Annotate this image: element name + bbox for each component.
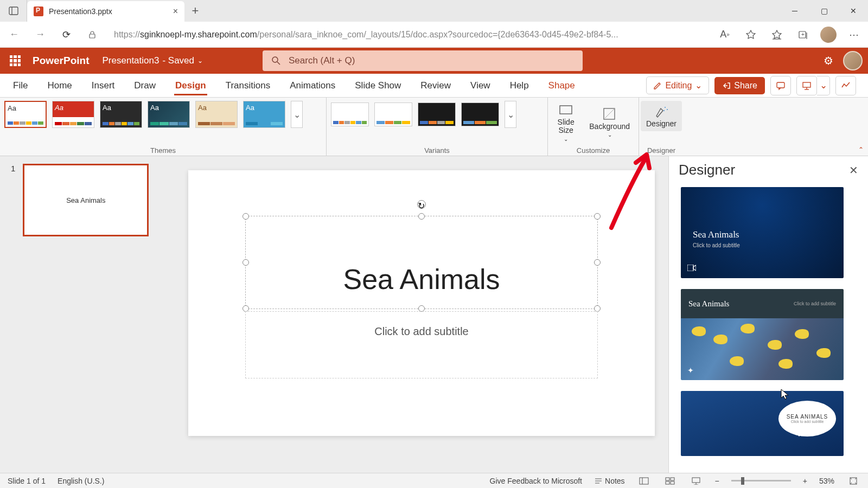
- collapse-ribbon-icon[interactable]: ⌃: [858, 146, 864, 153]
- forward-button[interactable]: →: [31, 26, 49, 43]
- tab-home[interactable]: Home: [46, 76, 73, 95]
- speech-bubble: SEA ANIMALS Click to add subtitle: [778, 401, 836, 436]
- variant-swatch[interactable]: [418, 102, 456, 126]
- fit-to-window-icon[interactable]: [846, 476, 860, 486]
- variants-more-button[interactable]: ⌄: [505, 101, 516, 128]
- app-launcher-icon[interactable]: [5, 51, 25, 70]
- catch-up-button[interactable]: [835, 76, 856, 95]
- read-aloud-icon[interactable]: A»: [716, 26, 733, 43]
- design-suggestion[interactable]: Sea Animals Click to add subtitle: [681, 187, 844, 278]
- ribbon-design: Aa Aa Aa Aa Aa Aa ⌄ Themes ⌄ Variants Sl…: [0, 98, 868, 156]
- new-tab-button[interactable]: +: [184, 0, 206, 22]
- tab-slideshow[interactable]: Slide Show: [354, 76, 402, 95]
- add-favorite-icon[interactable]: [742, 26, 760, 43]
- present-button[interactable]: [796, 76, 817, 95]
- resize-handle[interactable]: [242, 259, 249, 266]
- theme-swatch[interactable]: Aa: [243, 101, 285, 128]
- comments-button[interactable]: [770, 76, 791, 95]
- save-status: - Saved: [162, 55, 194, 66]
- notes-toggle[interactable]: Notes: [594, 477, 625, 485]
- background-icon: [602, 107, 618, 121]
- svg-rect-28: [692, 478, 700, 483]
- theme-swatch[interactable]: Aa: [52, 101, 94, 128]
- background-button[interactable]: Background⌄: [585, 105, 634, 140]
- design-suggestion[interactable]: SEA ANIMALS Click to add subtitle: [681, 391, 844, 456]
- settings-icon[interactable]: ⚙: [824, 54, 833, 67]
- window-controls: ─ ▢ ✕: [780, 0, 868, 22]
- document-name[interactable]: Presentation3: [103, 55, 159, 66]
- title-placeholder[interactable]: ↻ Sea Animals: [245, 216, 598, 309]
- editing-mode-button[interactable]: Editing ⌄: [646, 76, 709, 94]
- group-label: Variants: [331, 146, 543, 156]
- design-suggestion[interactable]: Sea Animals Click to add subtitle ✦: [681, 289, 844, 380]
- more-menu-icon[interactable]: ⋯: [845, 26, 863, 43]
- tab-draw[interactable]: Draw: [133, 76, 157, 95]
- tab-title: Presentation3.pptx: [49, 7, 168, 16]
- svg-line-8: [277, 62, 280, 65]
- resize-handle[interactable]: [594, 259, 601, 266]
- slide-canvas-area[interactable]: ↻ Sea Animals Click to add subtitle: [175, 156, 668, 488]
- zoom-in-button[interactable]: +: [803, 477, 807, 485]
- resize-handle[interactable]: [242, 213, 249, 220]
- variant-swatch[interactable]: [461, 102, 499, 126]
- tab-animations[interactable]: Animations: [289, 76, 336, 95]
- favorites-icon[interactable]: [768, 26, 786, 43]
- search-input[interactable]: Search (Alt + Q): [263, 50, 583, 71]
- rotate-handle[interactable]: ↻: [417, 200, 426, 209]
- theme-swatch[interactable]: Aa: [148, 101, 190, 128]
- feedback-link[interactable]: Give Feedback to Microsoft: [490, 477, 582, 485]
- site-info-icon[interactable]: [84, 26, 101, 43]
- slide-thumbnail[interactable]: Sea Animals: [23, 164, 149, 236]
- browser-tab[interactable]: Presentation3.pptx ×: [27, 1, 184, 22]
- tab-view[interactable]: View: [469, 76, 492, 95]
- close-window-button[interactable]: ✕: [839, 0, 868, 22]
- slide-thumbnail-pane: 1 Sea Animals: [0, 156, 175, 488]
- maximize-button[interactable]: ▢: [809, 0, 839, 22]
- tab-transitions[interactable]: Transitions: [225, 76, 272, 95]
- profile-avatar[interactable]: [820, 27, 837, 43]
- slide-counter[interactable]: Slide 1 of 1: [8, 477, 46, 485]
- sorter-view-icon[interactable]: [663, 476, 677, 486]
- themes-more-button[interactable]: ⌄: [291, 101, 303, 128]
- powerpoint-icon: [34, 7, 43, 16]
- close-tab-icon[interactable]: ×: [173, 7, 178, 16]
- variant-swatch[interactable]: [374, 102, 412, 126]
- present-options-button[interactable]: ⌄: [817, 76, 830, 95]
- theme-swatch[interactable]: Aa: [4, 101, 47, 128]
- account-avatar[interactable]: [843, 51, 863, 70]
- tab-actions-button[interactable]: [0, 0, 27, 22]
- share-icon: [722, 81, 731, 90]
- subtitle-box[interactable]: [245, 311, 598, 378]
- language-indicator[interactable]: English (U.S.): [58, 477, 104, 485]
- zoom-out-button[interactable]: −: [715, 477, 719, 485]
- notes-icon: [594, 477, 603, 485]
- collections-icon[interactable]: +: [794, 26, 812, 43]
- tab-shape[interactable]: Shape: [547, 76, 576, 95]
- theme-swatch[interactable]: Aa: [195, 101, 238, 128]
- tab-review[interactable]: Review: [419, 76, 452, 95]
- zoom-level[interactable]: 53%: [819, 477, 834, 485]
- theme-swatch[interactable]: Aa: [100, 101, 142, 128]
- tab-file[interactable]: File: [12, 76, 29, 95]
- tab-insert[interactable]: Insert: [91, 76, 116, 95]
- address-bar[interactable]: https://sginknoepl-my.sharepoint.com/per…: [110, 30, 707, 40]
- normal-view-icon[interactable]: [637, 476, 651, 486]
- close-pane-icon[interactable]: ✕: [849, 164, 858, 177]
- variant-swatch[interactable]: [331, 102, 369, 126]
- minimize-button[interactable]: ─: [780, 0, 809, 22]
- designer-button[interactable]: Designer: [641, 101, 682, 131]
- share-button[interactable]: Share: [714, 77, 765, 94]
- resize-handle[interactable]: [418, 213, 425, 220]
- zoom-slider[interactable]: [731, 480, 791, 481]
- slide-size-button[interactable]: Slide Size⌄: [552, 101, 579, 144]
- chevron-down-icon[interactable]: ⌄: [197, 57, 203, 65]
- tab-help[interactable]: Help: [509, 76, 530, 95]
- svg-rect-13: [560, 106, 572, 114]
- slide-canvas[interactable]: ↻ Sea Animals Click to add subtitle: [188, 170, 655, 436]
- back-button[interactable]: ←: [5, 26, 23, 43]
- slide-title-text[interactable]: Sea Animals: [246, 263, 597, 296]
- refresh-button[interactable]: ⟳: [58, 26, 75, 43]
- slideshow-view-icon[interactable]: [689, 476, 703, 486]
- resize-handle[interactable]: [594, 213, 601, 220]
- tab-design[interactable]: Design: [174, 76, 207, 95]
